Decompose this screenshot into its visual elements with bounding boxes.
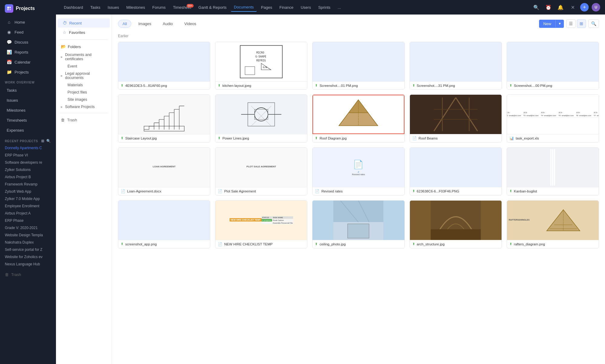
new-button[interactable]: New ▼ — [539, 20, 564, 28]
recent-project-employee[interactable]: Employee Enrollment — [0, 202, 56, 210]
doc-name-doc16: screenshot_app.png — [125, 242, 208, 246]
filter-tab-videos[interactable]: Videos — [180, 20, 201, 28]
sidebar-item-issues[interactable]: Issues — [2, 96, 54, 105]
recent-project-grade[interactable]: Grade V: 2020-2021 — [0, 224, 56, 231]
doc-card-doc16[interactable]: ⬆ screenshot_app.png — [118, 200, 210, 248]
nav-forums[interactable]: Forums — [149, 3, 169, 11]
clock-icon[interactable]: ⏰ — [544, 3, 553, 12]
home-icon: ⌂ — [7, 20, 11, 25]
folder-legal[interactable]: Legal approval documents — [56, 70, 112, 81]
trash-item[interactable]: 🗑 Trash — [0, 270, 56, 279]
doc-card-doc7[interactable]: ⬆ Power Lines.jpeg — [215, 94, 307, 143]
folder-event[interactable]: Event — [56, 63, 112, 70]
doc-card-doc4[interactable]: ⬆ Screenshot....31 PM.png — [410, 42, 502, 90]
grid-view-button[interactable]: ⊞ — [577, 19, 586, 28]
app-logo[interactable]: Projects — [0, 0, 56, 17]
doc-card-doc17[interactable]: NEW HIRE CHECKLIST TEMP STATUS TASK NAME… — [215, 200, 307, 248]
nav-timesheet[interactable]: Timesheet 99+ — [170, 3, 194, 11]
sidebar-item-timesheets[interactable]: Timesheets — [2, 116, 54, 125]
filter-tab-images[interactable]: Images — [134, 20, 156, 28]
sidebar-item-reports[interactable]: 📊 Reports — [2, 47, 54, 57]
doc-card-doc19[interactable]: ⬆ arch_structure.jpg — [410, 200, 502, 248]
nav-gantt[interactable]: Gantt & Reports — [195, 3, 230, 11]
nav-milestones[interactable]: Milestones — [123, 3, 148, 11]
search-icon[interactable]: 🔍 — [532, 3, 541, 12]
recent-project-software-dev[interactable]: Software developers re — [0, 159, 56, 166]
recent-project-nakshatra[interactable]: Nakshatra Duplex — [0, 239, 56, 246]
doc-card-doc2[interactable]: MICRO G-SHAPE REFRIG D/W ⬆ kitchen layou… — [215, 42, 307, 90]
doc-card-doc9[interactable]: 📄 Roof Beams — [410, 94, 502, 143]
recent-project-website-zoholics[interactable]: Website for Zoholics ev — [0, 253, 56, 261]
recent-project-nexus[interactable]: Nexus Language Hub — [0, 261, 56, 268]
nav-sprints[interactable]: Sprints — [315, 3, 333, 11]
doc-trash[interactable]: 🗑 Trash — [56, 116, 112, 124]
sidebar-item-projects[interactable]: 📁 Projects — [2, 67, 54, 77]
recent-project-airbus-a[interactable]: Airbus Project A — [0, 210, 56, 217]
nav-more[interactable]: ... — [335, 3, 344, 11]
doc-card-doc5[interactable]: ⬆ Screenshot....00 PM.png — [507, 42, 599, 90]
doc-card-doc15[interactable]: ⬆ Kanban-buglist — [507, 147, 599, 195]
folder-docs-certs[interactable]: Documents and certificates — [56, 51, 112, 63]
doc-thumb-doc13: 📄 Z Revised rates — [312, 148, 404, 187]
nav-dashboard[interactable]: Dashboard — [61, 3, 86, 11]
doc-card-doc1[interactable]: ⬆ 4E961DE3-5...81AF60.png — [118, 42, 210, 90]
doc-card-doc10[interactable]: Task Id Task JCS-T1 email@ex.comJCS-T2 e… — [507, 94, 599, 143]
sidebar-item-feed[interactable]: ◉ Feed — [2, 27, 54, 37]
folders-header[interactable]: 📂 Folders — [56, 42, 112, 51]
filter-icon[interactable]: ⊞ — [41, 139, 44, 143]
doc-nav-favorites[interactable]: ☆ Favorites — [58, 28, 110, 37]
sidebar-item-discuss[interactable]: 💬 Discuss — [2, 37, 54, 47]
list-view-button[interactable]: ☰ — [566, 19, 576, 28]
doc-nav-recent[interactable]: ⏱ Recent — [58, 18, 110, 28]
doc-card-doc12[interactable]: PLOT SALE AGREEMENT 📄 Plot Sale Agreemen… — [215, 147, 307, 195]
doc-card-doc6[interactable]: ⬆ Staircase Layout.jpg — [118, 94, 210, 143]
timesheet-badge: 99+ — [187, 4, 194, 8]
doc-card-doc11[interactable]: LOAN AGREEMENT 📄 Loan-Agreement.docx — [118, 147, 210, 195]
recent-project-zylker-sol[interactable]: Zylker Solutions — [0, 166, 56, 173]
folder-project-files[interactable]: Project files — [56, 89, 112, 96]
recent-project-erp[interactable]: ERP Phase — [0, 217, 56, 224]
folder-materials[interactable]: Materials — [56, 81, 112, 89]
doc-name-doc1: 4E961DE3-5...81AF60.png — [125, 84, 208, 87]
sidebar-item-tasks[interactable]: Tasks — [2, 86, 54, 95]
nav-tasks[interactable]: Tasks — [87, 3, 103, 11]
doc-card-doc14[interactable]: ⬆ 623638C6-6...F03F46.PNG — [410, 147, 502, 195]
bell-icon[interactable]: 🔔 — [556, 3, 565, 12]
folder-software-projects[interactable]: Software Projects — [56, 103, 112, 110]
search-docs-button[interactable]: 🔍 — [588, 19, 599, 28]
new-button-caret[interactable]: ▼ — [555, 20, 564, 27]
sidebar-item-home[interactable]: ⌂ Home — [2, 17, 54, 27]
folder-site-images[interactable]: Site images — [56, 96, 112, 103]
nav-issues[interactable]: Issues — [105, 3, 122, 11]
docs-toolbar: All Images Audio Videos New ▼ ☰ ⊞ 🔍 — [118, 19, 599, 28]
doc-thumb-doc17: NEW HIRE CHECKLIST TEMP STATUS TASK NAME… — [215, 201, 307, 240]
recent-project-zylker70[interactable]: Zylker 7.0 Mobile App — [0, 195, 56, 202]
filter-tab-audio[interactable]: Audio — [158, 20, 177, 28]
recent-project-donnelly[interactable]: Donnelly Apartments C — [0, 144, 56, 152]
doc-card-doc18[interactable]: ⬆ ceiling_photo.jpg — [312, 200, 404, 248]
nav-documents[interactable]: Documents — [231, 3, 257, 12]
doc-card-doc20[interactable]: RAFTERS SHINGLES ⬆ rafters_diagram.png — [507, 200, 599, 248]
search-projects-icon[interactable]: 🔍 — [46, 139, 51, 143]
close-icon[interactable]: ✕ — [568, 3, 577, 12]
sidebar-item-calendar[interactable]: 📅 Calendar — [2, 57, 54, 67]
nav-finance[interactable]: Finance — [276, 3, 296, 11]
add-button[interactable]: + — [580, 3, 589, 11]
nav-users[interactable]: Users — [298, 3, 314, 11]
sidebar-item-expenses[interactable]: Expenses — [2, 126, 54, 135]
avatar[interactable]: U — [592, 3, 600, 11]
sidebar-item-milestones[interactable]: Milestones — [2, 106, 54, 115]
recent-project-selfservice[interactable]: Self-service portal for Z — [0, 246, 56, 253]
doc-thumb-doc16 — [118, 201, 210, 240]
recent-project-zylsoft[interactable]: Zylsoft Web App — [0, 188, 56, 195]
recent-project-erp6[interactable]: ERP Phase VI — [0, 152, 56, 159]
recent-project-website-design[interactable]: Website Design Templa — [0, 231, 56, 239]
doc-card-doc8[interactable]: ⬆ Roof Diagram.jpg — [312, 94, 404, 143]
recent-project-framework[interactable]: Framework Revamp — [0, 181, 56, 188]
recent-project-airbus-b[interactable]: Airbus Project B — [0, 173, 56, 181]
doc-card-doc3[interactable]: ⬆ Screenshot....01 PM.png — [312, 42, 404, 90]
nav-pages[interactable]: Pages — [258, 3, 275, 11]
filter-tab-all[interactable]: All — [118, 20, 131, 28]
view-toggle: ☰ ⊞ — [566, 19, 586, 28]
doc-card-doc13[interactable]: 📄 Z Revised rates 📄 Revised rates — [312, 147, 404, 195]
